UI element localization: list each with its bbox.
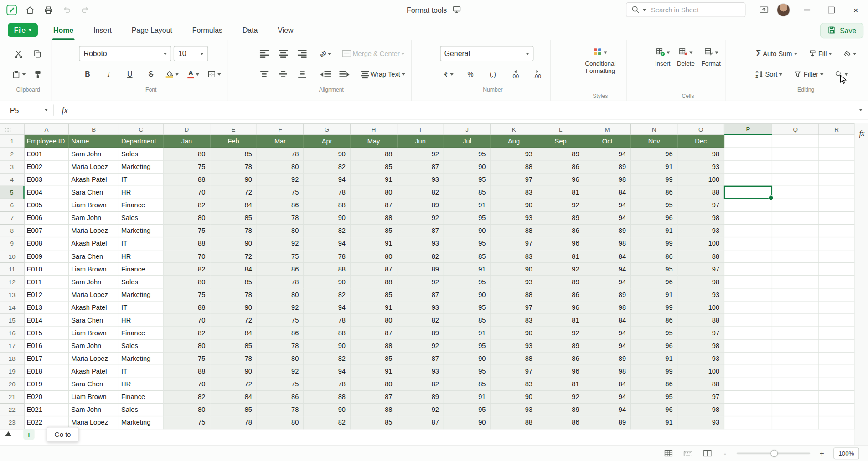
cell[interactable]: 82 [164, 263, 211, 276]
cell[interactable] [772, 302, 819, 314]
cell[interactable]: 70 [164, 378, 211, 391]
cell[interactable]: 94 [304, 174, 351, 186]
cell[interactable]: 75 [164, 225, 211, 237]
cell[interactable]: Liam Brown [69, 263, 119, 276]
cell[interactable]: Sam John [69, 148, 119, 161]
cell[interactable]: E001 [25, 148, 69, 161]
cell[interactable]: 95 [444, 365, 491, 378]
cell[interactable]: 83 [491, 250, 537, 263]
cell[interactable]: 88 [491, 161, 537, 174]
cell[interactable]: HR [119, 186, 164, 199]
cell[interactable]: 85 [351, 353, 398, 365]
cell[interactable]: 82 [304, 225, 351, 237]
cell[interactable] [772, 276, 819, 288]
close-button[interactable]: × [843, 0, 868, 20]
row-header[interactable]: 7 [0, 212, 25, 225]
tab-view[interactable]: View [277, 20, 294, 40]
row-header[interactable]: 15 [0, 314, 25, 327]
cell[interactable]: Finance [119, 263, 164, 276]
cell[interactable]: 84 [584, 314, 631, 327]
cell[interactable]: 85 [351, 161, 398, 174]
cell[interactable]: 82 [397, 314, 444, 327]
cell[interactable]: E018 [25, 365, 69, 378]
fill-handle[interactable] [769, 195, 774, 200]
cell[interactable]: 89 [584, 225, 631, 237]
cell[interactable]: 91 [444, 263, 491, 276]
cell[interactable]: 95 [631, 327, 678, 340]
cell[interactable]: 97 [491, 237, 537, 250]
cell[interactable]: 89 [584, 288, 631, 301]
cell[interactable] [772, 161, 819, 174]
cell[interactable]: Maria Lopez [69, 161, 119, 174]
header-cell[interactable]: May [351, 135, 398, 148]
save-button[interactable]: Save [820, 23, 863, 38]
column-header[interactable]: E [210, 124, 257, 135]
cell[interactable]: 95 [444, 148, 491, 161]
cell[interactable]: 70 [164, 314, 211, 327]
cell[interactable]: 98 [584, 302, 631, 314]
cell[interactable]: 82 [304, 353, 351, 365]
cell[interactable]: 85 [210, 212, 257, 225]
cell[interactable]: 84 [584, 378, 631, 391]
cell[interactable]: 88 [351, 276, 398, 288]
cell[interactable]: 83 [491, 186, 537, 199]
cell[interactable] [819, 340, 855, 353]
cell[interactable]: 89 [397, 199, 444, 212]
cell[interactable]: 92 [537, 263, 584, 276]
merge-center-button[interactable]: Merge & Center [341, 46, 407, 61]
cell[interactable]: 93 [678, 288, 725, 301]
cell[interactable]: 90 [491, 199, 537, 212]
cell[interactable]: Sam John [69, 276, 119, 288]
cell[interactable]: 92 [397, 404, 444, 416]
cell[interactable]: Sales [119, 404, 164, 416]
cell[interactable]: 85 [351, 225, 398, 237]
cell[interactable]: 92 [257, 365, 304, 378]
cell[interactable]: 94 [304, 365, 351, 378]
cell[interactable] [819, 250, 855, 263]
cell[interactable]: Finance [119, 327, 164, 340]
header-cell[interactable]: Apr [304, 135, 351, 148]
cell[interactable]: 78 [210, 161, 257, 174]
cell[interactable]: 92 [257, 174, 304, 186]
cell[interactable]: 75 [257, 250, 304, 263]
font-size-select[interactable]: 10 [174, 46, 208, 61]
cell[interactable]: 82 [304, 161, 351, 174]
header-cell[interactable]: Mar [257, 135, 304, 148]
row-header[interactable]: 5 [0, 186, 25, 199]
cell[interactable]: E014 [25, 314, 69, 327]
cell[interactable]: 93 [397, 174, 444, 186]
cell[interactable] [724, 225, 772, 237]
cell[interactable]: 90 [210, 365, 257, 378]
header-cell[interactable]: Sep [537, 135, 584, 148]
cell[interactable]: 100 [678, 237, 725, 250]
cell[interactable] [724, 250, 772, 263]
formula-input[interactable] [73, 101, 859, 119]
cell[interactable]: 88 [491, 225, 537, 237]
cell[interactable]: 90 [210, 237, 257, 250]
cell[interactable] [819, 353, 855, 365]
header-cell[interactable]: Jun [397, 135, 444, 148]
header-cell[interactable]: Nov [631, 135, 678, 148]
cell[interactable]: 89 [537, 148, 584, 161]
cell[interactable]: 88 [304, 263, 351, 276]
selected-cell[interactable] [724, 186, 772, 199]
cell[interactable]: Akash Patel [69, 237, 119, 250]
cell[interactable]: 92 [397, 212, 444, 225]
cell[interactable] [724, 161, 772, 174]
cell[interactable]: 82 [397, 186, 444, 199]
cell[interactable] [724, 148, 772, 161]
orientation-button[interactable]: ab [317, 46, 334, 61]
cell[interactable]: 88 [164, 365, 211, 378]
cell[interactable]: 86 [631, 250, 678, 263]
cell[interactable]: 84 [210, 199, 257, 212]
header-cell[interactable]: Feb [210, 135, 257, 148]
cell[interactable]: 85 [351, 416, 398, 429]
cell[interactable]: 93 [678, 353, 725, 365]
cell[interactable] [772, 416, 819, 429]
cell[interactable]: Finance [119, 199, 164, 212]
cell[interactable]: 88 [678, 378, 725, 391]
cell[interactable]: 96 [537, 302, 584, 314]
cell[interactable]: 72 [210, 378, 257, 391]
strikethrough-button[interactable]: S [143, 67, 160, 82]
align-top-icon[interactable] [256, 67, 273, 82]
